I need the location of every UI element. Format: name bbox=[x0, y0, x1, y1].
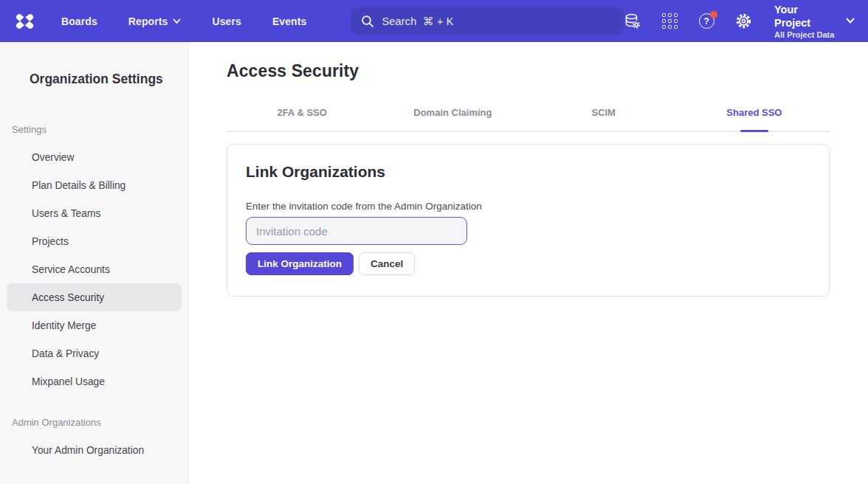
link-organizations-card: Link Organizations Enter the invitation … bbox=[227, 144, 830, 297]
invitation-code-input[interactable] bbox=[246, 217, 467, 245]
settings-gear-icon[interactable] bbox=[734, 13, 752, 30]
main-content: Access Security 2FA & SSO Domain Claimin… bbox=[189, 42, 868, 484]
nav-item-events[interactable]: Events bbox=[272, 10, 307, 33]
tab-2fa-sso[interactable]: 2FA & SSO bbox=[227, 100, 377, 131]
chevron-down-icon bbox=[173, 18, 181, 24]
data-management-icon[interactable] bbox=[624, 13, 641, 30]
sidebar-item-overview[interactable]: Overview bbox=[7, 143, 182, 171]
mixpanel-logo-icon[interactable] bbox=[15, 13, 35, 30]
project-name: Your Project bbox=[774, 3, 837, 30]
nav-item-users[interactable]: Users bbox=[212, 10, 241, 33]
card-title: Link Organizations bbox=[246, 163, 810, 181]
access-security-tabs: 2FA & SSO Domain Claiming SCIM Shared SS… bbox=[227, 100, 830, 132]
sidebar-item-plan-details-billing[interactable]: Plan Details & Billing bbox=[7, 171, 182, 199]
nav-item-label: Boards bbox=[61, 15, 97, 27]
sidebar-item-users-teams[interactable]: Users & Teams bbox=[7, 199, 182, 227]
search-placeholder: Search ⌘ + K bbox=[382, 15, 453, 27]
nav-item-label: Events bbox=[272, 15, 307, 27]
org-settings-sidebar: Organization Settings Settings Overview … bbox=[0, 42, 189, 484]
help-icon[interactable]: ? bbox=[698, 13, 715, 30]
sidebar-item-data-privacy[interactable]: Data & Privacy bbox=[7, 339, 182, 367]
sidebar-item-mixpanel-usage[interactable]: Mixpanel Usage bbox=[7, 367, 182, 395]
sidebar-item-access-security[interactable]: Access Security bbox=[7, 283, 182, 311]
navbar-right-group: ? Your Project All Project Data bbox=[624, 3, 855, 40]
tab-domain-claiming[interactable]: Domain Claiming bbox=[377, 100, 528, 131]
tab-shared-sso[interactable]: Shared SSO bbox=[679, 100, 830, 131]
sidebar-item-your-admin-organization[interactable]: Your Admin Organization bbox=[7, 436, 182, 464]
sidebar-title: Organization Settings bbox=[0, 72, 188, 87]
apps-grid-icon[interactable] bbox=[661, 13, 678, 30]
page-title: Access Security bbox=[227, 61, 830, 81]
sidebar-item-service-accounts[interactable]: Service Accounts bbox=[7, 255, 182, 283]
top-navbar: Boards Reports Users Events Search ⌘ + K bbox=[0, 0, 868, 42]
notification-dot bbox=[710, 11, 717, 18]
button-row: Link Organization Cancel bbox=[246, 252, 810, 275]
chevron-down-icon bbox=[846, 18, 855, 24]
nav-item-label: Reports bbox=[128, 15, 168, 27]
link-organization-button[interactable]: Link Organization bbox=[246, 252, 354, 275]
search-input[interactable]: Search ⌘ + K bbox=[351, 7, 624, 35]
sidebar-section-admin-organizations: Admin Organizations bbox=[0, 408, 188, 436]
search-icon bbox=[361, 15, 374, 28]
sidebar-section-settings: Settings bbox=[0, 115, 188, 143]
invitation-code-label: Enter the invitation code from the Admin… bbox=[246, 201, 810, 212]
project-scope: All Project Data bbox=[774, 30, 837, 40]
nav-item-reports[interactable]: Reports bbox=[128, 10, 182, 33]
project-switcher[interactable]: Your Project All Project Data bbox=[774, 3, 855, 40]
nav-item-boards[interactable]: Boards bbox=[61, 10, 97, 33]
primary-nav: Boards Reports Users Events bbox=[61, 10, 337, 33]
sidebar-item-identity-merge[interactable]: Identity Merge bbox=[7, 311, 182, 339]
tab-scim[interactable]: SCIM bbox=[528, 100, 679, 131]
sidebar-item-projects[interactable]: Projects bbox=[7, 227, 182, 255]
nav-item-label: Users bbox=[212, 15, 241, 27]
cancel-button[interactable]: Cancel bbox=[359, 252, 415, 275]
